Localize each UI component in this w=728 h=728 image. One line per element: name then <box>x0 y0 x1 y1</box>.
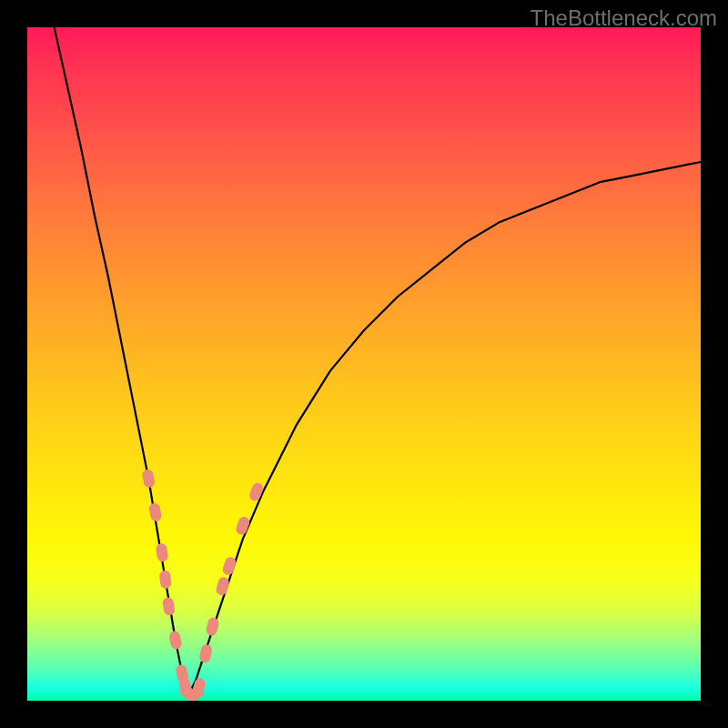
curve-right-branch <box>189 162 701 694</box>
marker-point <box>198 643 213 663</box>
plot-area <box>27 27 701 701</box>
marker-point <box>148 502 162 522</box>
chart-frame: TheBottleneck.com <box>0 0 728 728</box>
marker-point <box>141 469 156 489</box>
marker-point <box>221 556 238 577</box>
marker-point <box>156 542 169 562</box>
marker-point <box>215 576 230 596</box>
chart-svg <box>27 27 701 701</box>
marker-point <box>235 515 251 536</box>
marker-point <box>168 630 183 650</box>
curve-left-branch <box>55 27 189 694</box>
marker-point <box>159 570 172 589</box>
marker-group <box>141 469 265 701</box>
marker-point <box>162 597 176 617</box>
marker-point <box>205 616 219 636</box>
bottleneck-curve <box>55 27 701 694</box>
